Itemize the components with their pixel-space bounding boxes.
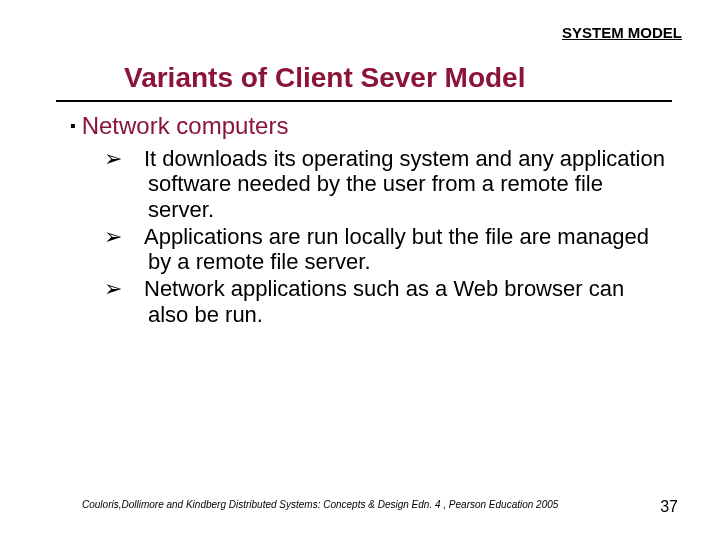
title-underline (56, 100, 672, 102)
arrow-icon: ➢ (126, 224, 144, 249)
bullet-text: Applications are run locally but the fil… (144, 224, 649, 274)
square-bullet-icon: ▪ (70, 117, 76, 135)
footer-citation: Couloris,Dollimore and Kindberg Distribu… (82, 499, 622, 510)
bullet-text: Network applications such as a Web brows… (144, 276, 624, 326)
list-item: ➢Applications are run locally but the fi… (126, 224, 666, 275)
list-item: ➢It downloads its operating system and a… (126, 146, 666, 222)
arrow-icon: ➢ (126, 276, 144, 301)
bullet-text: It downloads its operating system and an… (144, 146, 665, 222)
page-number: 37 (660, 498, 678, 516)
section-heading: ▪Network computers (70, 112, 670, 140)
arrow-icon: ➢ (126, 146, 144, 171)
list-item: ➢Network applications such as a Web brow… (126, 276, 666, 327)
slide-title: Variants of Client Sever Model (124, 62, 525, 94)
bullet-list: ➢It downloads its operating system and a… (126, 146, 666, 327)
content-section: ▪Network computers ➢It downloads its ope… (70, 112, 670, 329)
header-label: SYSTEM MODEL (562, 24, 682, 41)
section-heading-text: Network computers (82, 112, 289, 139)
